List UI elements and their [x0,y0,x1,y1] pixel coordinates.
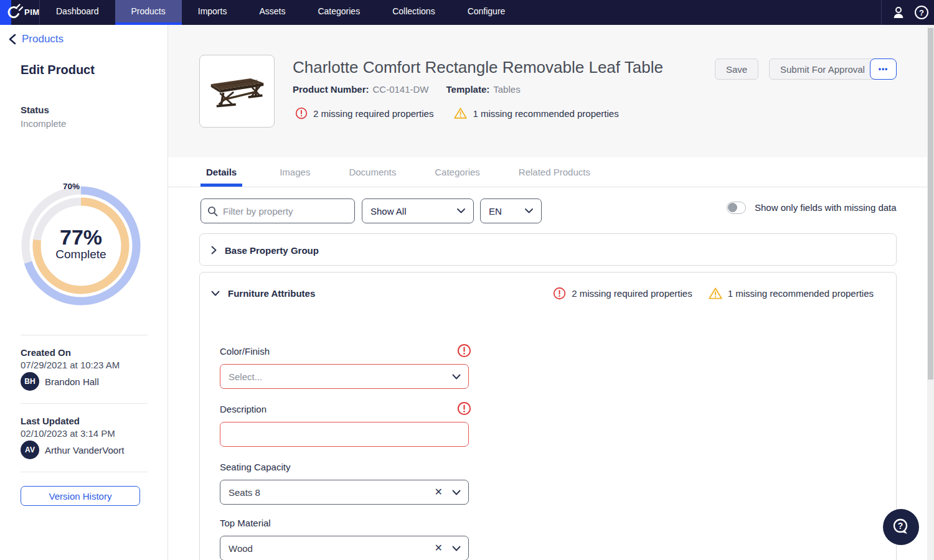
completeness-percent: 77% [60,225,102,249]
chevron-down-icon [452,546,461,551]
furniture-attributes-label: Furniture Attributes [228,288,315,299]
product-tabs: Details Images Documents Categories Rela… [168,157,927,187]
back-link-label: Products [22,33,64,45]
missing-data-toggle-label: Show only fields with missing data [755,202,897,214]
color-finish-select[interactable]: Select... [220,364,469,389]
base-property-group-header[interactable]: Base Property Group [211,234,319,266]
seating-capacity-label: Seating Capacity [220,462,290,472]
color-finish-placeholder: Select... [229,371,262,382]
top-material-label: Top Material [220,518,271,528]
top-material-value: Wood [229,543,253,554]
tab-related-products[interactable]: Related Products [517,157,592,187]
required-warning-badge: 2 missing required properties [553,287,692,300]
brand-name: PIM [24,0,40,25]
brand-logo-icon[interactable] [4,3,23,22]
base-property-group-section: Base Property Group [199,233,897,266]
page-title: Edit Product [21,63,95,77]
top-material-select[interactable]: Wood ✕ [220,536,469,560]
furniture-attributes-section: Furniture Attributes 2 missing required … [199,272,897,560]
back-chevron-icon [8,34,17,45]
field-description: Description [220,404,469,447]
status-label: Status [21,105,49,115]
product-meta: Product Number: CC-0141-DW Template: Tab… [293,84,521,95]
nav-item-products[interactable]: Products [115,0,182,25]
chevron-down-icon [452,490,461,495]
completeness-caption: Complete [55,248,106,261]
field-color-finish: Color/Finish Select... [220,346,469,389]
show-all-dropdown[interactable]: Show All [362,198,474,223]
product-thumbnail [199,55,275,128]
version-history-button[interactable]: Version History [21,486,140,506]
nav-item-dashboard[interactable]: Dashboard [40,0,115,25]
chevron-down-icon [457,208,465,213]
language-value: EN [489,206,502,217]
svg-text:?: ? [898,521,903,531]
error-icon [295,107,308,119]
last-updated-date: 02/10/2023 at 3:14 PM [21,428,115,439]
seating-capacity-select[interactable]: Seats 8 ✕ [220,480,469,505]
table-image [203,60,271,123]
search-icon [207,206,218,217]
field-seating-capacity: Seating Capacity Seats 8 ✕ [220,462,469,505]
base-property-group-label: Base Property Group [225,245,319,256]
seating-capacity-value: Seats 8 [229,487,260,498]
nav-item-imports[interactable]: Imports [182,0,243,25]
tab-documents[interactable]: Documents [347,157,397,187]
warning-icon [709,287,722,300]
updated-by-name: Arthur VanderVoort [45,445,124,455]
sidebar-divider [21,403,148,404]
recommended-warning-text: 1 missing recommended properties [473,108,618,119]
description-label: Description [220,404,267,414]
nav-item-assets[interactable]: Assets [243,0,301,25]
product-number-value: CC-0141-DW [373,84,429,95]
created-by-name: Brandon Hall [45,376,99,387]
help-chat-button[interactable]: ? [883,509,919,545]
nav-item-collections[interactable]: Collections [376,0,451,25]
tab-details[interactable]: Details [200,157,242,187]
color-finish-label: Color/Finish [220,346,270,357]
help-icon[interactable]: ? [914,5,929,20]
back-to-products-link[interactable]: Products [8,33,64,45]
tab-categories[interactable]: Categories [433,157,481,187]
user-icon[interactable] [891,5,906,20]
language-dropdown[interactable]: EN [480,198,542,223]
clear-icon[interactable]: ✕ [435,543,443,553]
main-panel: Charlotte Comfort Rectangle Removable Le… [168,25,934,560]
outer-ring-label: 70% [63,182,80,191]
avatar: BH [21,372,39,391]
scrollbar-thumb[interactable] [928,28,933,380]
completeness-chart: 70% 77% Complete [16,177,146,312]
more-actions-button[interactable]: ••• [870,58,897,80]
nav-item-configure[interactable]: Configure [451,0,522,25]
furniture-attributes-header[interactable]: Furniture Attributes [211,273,315,314]
warning-icon [454,107,467,119]
required-warning-text: 2 missing required properties [572,288,692,299]
save-button[interactable]: Save [715,58,758,80]
nav-utilities: ? [881,0,929,25]
tab-images[interactable]: Images [278,157,311,187]
missing-data-toggle[interactable] [727,202,746,214]
created-on-label: Created On [21,347,71,358]
submit-for-approval-button[interactable]: Submit For Approval [769,58,876,80]
pim-app: PIM Dashboard Products Imports Assets Ca… [0,0,934,560]
required-warning-text: 2 missing required properties [313,108,433,119]
property-filter-input[interactable] [223,206,348,217]
furniture-attributes-warnings: 2 missing required properties 1 missing … [553,273,874,314]
chevron-down-icon [525,208,533,213]
product-title: Charlotte Comfort Rectangle Removable Le… [293,58,663,77]
avatar: AV [21,441,39,459]
property-filter-searchbox[interactable] [200,198,355,223]
chat-question-icon: ? [891,517,911,537]
chevron-down-icon [452,374,461,380]
sidebar-divider [21,335,148,335]
sidebar-divider [21,472,148,472]
main-nav: Dashboard Products Imports Assets Catego… [40,0,521,25]
template-label: Template: [446,84,490,95]
product-header [168,25,927,157]
last-updated-label: Last Updated [21,416,80,426]
nav-item-categories[interactable]: Categories [301,0,376,25]
description-input[interactable] [220,422,469,447]
recommended-warning-badge: 1 missing recommended properties [709,287,874,300]
svg-text:?: ? [919,8,924,17]
clear-icon[interactable]: ✕ [435,487,443,497]
